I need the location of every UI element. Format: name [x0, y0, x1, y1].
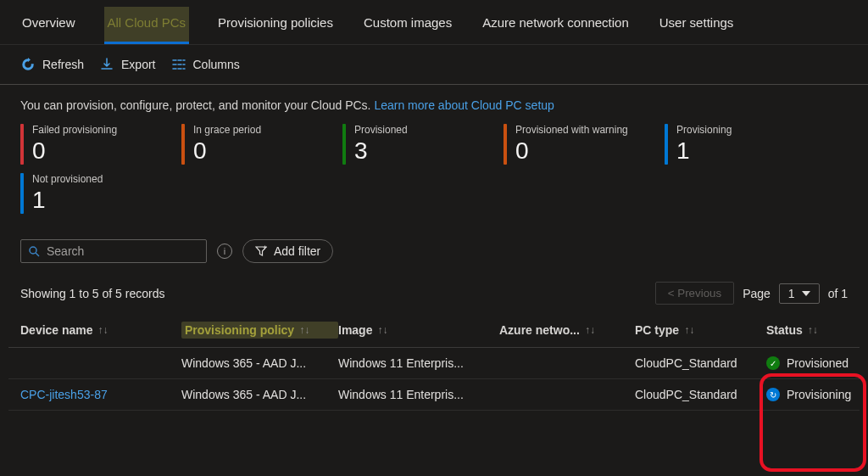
tab-custom-images[interactable]: Custom images [362, 7, 453, 44]
stat-label: Not provisioned [32, 173, 103, 185]
pager: < Previous Page 1 of 1 [655, 282, 848, 305]
stat-bar [342, 124, 346, 165]
filter-row: Search i + Add filter [0, 222, 868, 270]
stat-value: 0 [515, 137, 628, 165]
sort-icon: ↑↓ [299, 324, 309, 336]
previous-button[interactable]: < Previous [655, 282, 734, 305]
of-text: of 1 [828, 287, 848, 300]
export-button[interactable]: Export [99, 57, 155, 72]
stats-row: Failed provisioning 0 In grace period 0 … [0, 124, 868, 173]
table-row[interactable]: Windows 365 - AAD J... Windows 11 Enterp… [8, 348, 860, 379]
page-select[interactable]: 1 [779, 283, 820, 304]
col-azure-network[interactable]: Azure netwo... ↑↓ [499, 323, 635, 337]
cell-device-link[interactable]: CPC-jitesh53-87 [20, 388, 181, 401]
sort-icon: ↑↓ [585, 324, 595, 336]
columns-button[interactable]: Columns [171, 57, 240, 72]
col-label: Provisioning policy [185, 323, 294, 337]
cell-pctype: CloudPC_Standard [635, 356, 766, 370]
columns-icon [171, 57, 186, 72]
status-text: Provisioning [787, 388, 851, 401]
status-text: Provisioned [787, 356, 849, 370]
stat-label: Provisioned [354, 124, 408, 136]
cell-policy: Windows 365 - AAD J... [181, 388, 338, 401]
stat-in-grace-period[interactable]: In grace period 0 [181, 124, 309, 165]
col-device-name[interactable]: Device name ↑↓ [20, 323, 181, 337]
intro-sentence: You can provision, configure, protect, a… [20, 98, 371, 112]
cell-status: ↻ Provisioning [766, 388, 868, 401]
stat-label: Failed provisioning [32, 124, 117, 136]
tab-azure-network-connection[interactable]: Azure network connection [481, 7, 631, 44]
col-label: Azure netwo... [499, 323, 580, 337]
info-icon[interactable]: i [217, 244, 232, 259]
check-icon: ✓ [766, 356, 780, 370]
stat-bar [665, 124, 668, 165]
records-text: Showing 1 to 5 of 5 records [20, 287, 164, 300]
col-label: PC type [635, 323, 679, 337]
col-pc-type[interactable]: PC type ↑↓ [635, 323, 766, 337]
search-input[interactable]: Search [20, 239, 207, 263]
col-label: Status [766, 323, 803, 337]
cell-policy: Windows 365 - AAD J... [181, 356, 338, 370]
col-label: Device name [20, 323, 93, 337]
stat-value: 1 [676, 137, 732, 165]
sort-icon: ↑↓ [98, 324, 108, 336]
search-placeholder: Search [47, 244, 84, 258]
refresh-label: Refresh [42, 58, 84, 71]
tab-user-settings[interactable]: User settings [658, 7, 736, 44]
tabs: Overview All Cloud PCs Provisioning poli… [0, 0, 868, 45]
search-icon [28, 245, 40, 257]
col-status[interactable]: Status ↑↓ [766, 323, 868, 337]
col-provisioning-policy[interactable]: Provisioning policy ↑↓ [181, 322, 338, 339]
refresh-icon [20, 57, 36, 72]
stat-value: 1 [32, 187, 103, 214]
cell-status: ✓ Provisioned [766, 356, 868, 370]
tab-provisioning-policies[interactable]: Provisioning policies [216, 7, 335, 44]
learn-more-link[interactable]: Learn more about Cloud PC setup [374, 98, 554, 112]
svg-line-1 [36, 253, 39, 256]
add-filter-button[interactable]: + Add filter [242, 239, 333, 263]
page-label: Page [743, 287, 771, 300]
stat-label: Provisioning [676, 124, 732, 136]
chevron-down-icon [802, 291, 810, 296]
refresh-button[interactable]: Refresh [20, 57, 84, 72]
stat-provisioned-with-warning[interactable]: Provisioned with warning 0 [504, 124, 631, 165]
sort-icon: ↑↓ [808, 324, 818, 336]
stat-provisioning[interactable]: Provisioning 1 [665, 124, 792, 165]
stat-label: In grace period [193, 124, 261, 136]
add-filter-label: Add filter [274, 244, 320, 258]
stat-failed-provisioning[interactable]: Failed provisioning 0 [20, 124, 147, 165]
intro-text: You can provision, configure, protect, a… [0, 85, 868, 124]
svg-point-0 [30, 247, 36, 254]
stat-bar [20, 173, 24, 214]
col-label: Image [338, 323, 372, 337]
svg-text:+: + [263, 245, 267, 252]
stat-bar [504, 124, 507, 165]
cell-image: Windows 11 Enterpris... [338, 388, 499, 401]
table-header: Device name ↑↓ Provisioning policy ↑↓ Im… [8, 313, 860, 348]
columns-label: Columns [193, 58, 240, 71]
cell-image: Windows 11 Enterpris... [338, 356, 499, 370]
stat-bar [181, 124, 185, 165]
stat-value: 0 [32, 137, 117, 165]
page-value: 1 [788, 287, 795, 300]
records-bar: Showing 1 to 5 of 5 records < Previous P… [0, 270, 868, 313]
download-icon [99, 57, 114, 72]
stats-row-2: Not provisioned 1 [0, 173, 868, 222]
export-label: Export [121, 58, 155, 71]
table-row[interactable]: CPC-jitesh53-87 Windows 365 - AAD J... W… [8, 379, 860, 411]
stat-value: 0 [193, 137, 261, 165]
stat-provisioned[interactable]: Provisioned 3 [342, 124, 470, 165]
tab-all-cloud-pcs[interactable]: All Cloud PCs [104, 7, 190, 44]
tab-overview[interactable]: Overview [20, 7, 77, 44]
cell-pctype: CloudPC_Standard [635, 388, 766, 401]
stat-value: 3 [354, 137, 408, 165]
col-image[interactable]: Image ↑↓ [338, 323, 499, 337]
stat-label: Provisioned with warning [515, 124, 628, 136]
stat-bar [20, 124, 24, 165]
filter-icon: + [255, 245, 267, 257]
sort-icon: ↑↓ [377, 324, 387, 336]
stat-not-provisioned[interactable]: Not provisioned 1 [20, 173, 147, 214]
toolbar: Refresh Export Columns [0, 45, 868, 85]
sync-icon: ↻ [766, 388, 780, 401]
device-table: Device name ↑↓ Provisioning policy ↑↓ Im… [0, 313, 868, 411]
